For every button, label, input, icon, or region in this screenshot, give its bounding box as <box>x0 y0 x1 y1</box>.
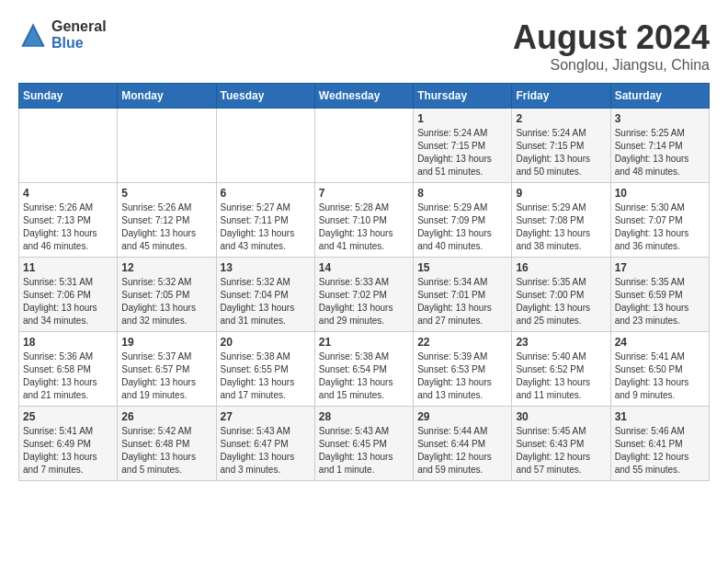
day-number: 10 <box>615 187 705 200</box>
calendar-week-5: 25Sunrise: 5:41 AM Sunset: 6:49 PM Dayli… <box>19 407 710 481</box>
day-info: Sunrise: 5:41 AM Sunset: 6:50 PM Dayligh… <box>615 350 705 402</box>
logo: General Blue <box>18 18 107 51</box>
calendar-cell: 30Sunrise: 5:45 AM Sunset: 6:43 PM Dayli… <box>512 407 610 481</box>
day-info: Sunrise: 5:32 AM Sunset: 7:04 PM Dayligh… <box>221 276 311 327</box>
header-row: SundayMondayTuesdayWednesdayThursdayFrid… <box>19 84 710 109</box>
day-number: 1 <box>417 112 507 125</box>
day-number: 8 <box>417 187 507 200</box>
calendar-cell <box>19 109 118 183</box>
header-wednesday: Wednesday <box>314 84 413 109</box>
calendar-cell: 8Sunrise: 5:29 AM Sunset: 7:09 PM Daylig… <box>414 183 512 258</box>
calendar-cell: 22Sunrise: 5:39 AM Sunset: 6:53 PM Dayli… <box>414 332 512 407</box>
calendar-cell: 1Sunrise: 5:24 AM Sunset: 7:15 PM Daylig… <box>414 109 512 183</box>
day-number: 21 <box>319 336 409 349</box>
page-header: General Blue August 2024 Songlou, Jiangs… <box>18 18 710 74</box>
day-info: Sunrise: 5:43 AM Sunset: 6:45 PM Dayligh… <box>319 425 409 477</box>
calendar-cell: 26Sunrise: 5:42 AM Sunset: 6:48 PM Dayli… <box>118 407 216 481</box>
calendar-cell: 2Sunrise: 5:24 AM Sunset: 7:15 PM Daylig… <box>512 109 610 183</box>
day-number: 2 <box>516 112 606 125</box>
day-info: Sunrise: 5:39 AM Sunset: 6:53 PM Dayligh… <box>417 350 507 402</box>
day-info: Sunrise: 5:24 AM Sunset: 7:15 PM Dayligh… <box>417 127 507 178</box>
day-info: Sunrise: 5:28 AM Sunset: 7:10 PM Dayligh… <box>319 201 409 253</box>
day-number: 18 <box>23 336 113 349</box>
calendar-cell: 27Sunrise: 5:43 AM Sunset: 6:47 PM Dayli… <box>216 407 314 481</box>
day-number: 11 <box>23 261 113 274</box>
day-info: Sunrise: 5:26 AM Sunset: 7:13 PM Dayligh… <box>23 201 113 253</box>
day-number: 3 <box>615 112 705 125</box>
header-friday: Friday <box>512 84 610 109</box>
calendar-table: SundayMondayTuesdayWednesdayThursdayFrid… <box>18 83 710 481</box>
calendar-body: 1Sunrise: 5:24 AM Sunset: 7:15 PM Daylig… <box>19 109 710 481</box>
calendar-cell <box>314 109 413 183</box>
calendar-cell <box>118 109 216 183</box>
calendar-cell: 25Sunrise: 5:41 AM Sunset: 6:49 PM Dayli… <box>19 407 118 481</box>
day-number: 15 <box>417 261 507 274</box>
logo-text: General Blue <box>51 18 107 51</box>
day-info: Sunrise: 5:29 AM Sunset: 7:09 PM Dayligh… <box>417 201 507 253</box>
day-info: Sunrise: 5:46 AM Sunset: 6:41 PM Dayligh… <box>615 425 705 477</box>
calendar-week-2: 4Sunrise: 5:26 AM Sunset: 7:13 PM Daylig… <box>19 183 710 258</box>
calendar-week-3: 11Sunrise: 5:31 AM Sunset: 7:06 PM Dayli… <box>19 258 710 332</box>
day-number: 25 <box>23 410 113 423</box>
day-info: Sunrise: 5:25 AM Sunset: 7:14 PM Dayligh… <box>615 127 705 178</box>
day-number: 23 <box>516 336 606 349</box>
calendar-cell: 21Sunrise: 5:38 AM Sunset: 6:54 PM Dayli… <box>314 332 413 407</box>
day-info: Sunrise: 5:40 AM Sunset: 6:52 PM Dayligh… <box>516 350 606 402</box>
day-info: Sunrise: 5:37 AM Sunset: 6:57 PM Dayligh… <box>121 350 211 402</box>
day-number: 17 <box>615 261 705 274</box>
day-number: 28 <box>319 410 409 423</box>
day-number: 5 <box>121 187 211 200</box>
day-info: Sunrise: 5:43 AM Sunset: 6:47 PM Dayligh… <box>221 425 311 477</box>
title-section: August 2024 Songlou, Jiangsu, China <box>513 18 710 74</box>
day-number: 24 <box>615 336 705 349</box>
day-info: Sunrise: 5:27 AM Sunset: 7:11 PM Dayligh… <box>221 201 311 253</box>
calendar-cell: 9Sunrise: 5:29 AM Sunset: 7:08 PM Daylig… <box>512 183 610 258</box>
day-info: Sunrise: 5:26 AM Sunset: 7:12 PM Dayligh… <box>121 201 211 253</box>
header-saturday: Saturday <box>610 84 709 109</box>
day-info: Sunrise: 5:45 AM Sunset: 6:43 PM Dayligh… <box>516 425 606 477</box>
calendar-cell: 17Sunrise: 5:35 AM Sunset: 6:59 PM Dayli… <box>610 258 709 332</box>
day-number: 19 <box>121 336 211 349</box>
day-number: 6 <box>221 187 311 200</box>
day-info: Sunrise: 5:36 AM Sunset: 6:58 PM Dayligh… <box>23 350 113 402</box>
month-year-title: August 2024 <box>513 18 710 57</box>
day-info: Sunrise: 5:41 AM Sunset: 6:49 PM Dayligh… <box>23 425 113 477</box>
day-info: Sunrise: 5:33 AM Sunset: 7:02 PM Dayligh… <box>319 276 409 327</box>
day-info: Sunrise: 5:29 AM Sunset: 7:08 PM Dayligh… <box>516 201 606 253</box>
day-number: 16 <box>516 261 606 274</box>
header-thursday: Thursday <box>414 84 512 109</box>
day-number: 7 <box>319 187 409 200</box>
day-info: Sunrise: 5:24 AM Sunset: 7:15 PM Dayligh… <box>516 127 606 178</box>
calendar-cell <box>216 109 314 183</box>
day-number: 26 <box>121 410 211 423</box>
calendar-cell: 11Sunrise: 5:31 AM Sunset: 7:06 PM Dayli… <box>19 258 118 332</box>
day-info: Sunrise: 5:35 AM Sunset: 6:59 PM Dayligh… <box>615 276 705 327</box>
calendar-cell: 28Sunrise: 5:43 AM Sunset: 6:45 PM Dayli… <box>314 407 413 481</box>
calendar-cell: 16Sunrise: 5:35 AM Sunset: 7:00 PM Dayli… <box>512 258 610 332</box>
day-info: Sunrise: 5:38 AM Sunset: 6:54 PM Dayligh… <box>319 350 409 402</box>
calendar-cell: 31Sunrise: 5:46 AM Sunset: 6:41 PM Dayli… <box>610 407 709 481</box>
day-info: Sunrise: 5:35 AM Sunset: 7:00 PM Dayligh… <box>516 276 606 327</box>
calendar-cell: 18Sunrise: 5:36 AM Sunset: 6:58 PM Dayli… <box>19 332 118 407</box>
calendar-cell: 13Sunrise: 5:32 AM Sunset: 7:04 PM Dayli… <box>216 258 314 332</box>
calendar-cell: 19Sunrise: 5:37 AM Sunset: 6:57 PM Dayli… <box>118 332 216 407</box>
calendar-cell: 14Sunrise: 5:33 AM Sunset: 7:02 PM Dayli… <box>314 258 413 332</box>
calendar-week-4: 18Sunrise: 5:36 AM Sunset: 6:58 PM Dayli… <box>19 332 710 407</box>
calendar-cell: 29Sunrise: 5:44 AM Sunset: 6:44 PM Dayli… <box>414 407 512 481</box>
header-tuesday: Tuesday <box>216 84 314 109</box>
calendar-cell: 12Sunrise: 5:32 AM Sunset: 7:05 PM Dayli… <box>118 258 216 332</box>
day-info: Sunrise: 5:32 AM Sunset: 7:05 PM Dayligh… <box>121 276 211 327</box>
calendar-cell: 23Sunrise: 5:40 AM Sunset: 6:52 PM Dayli… <box>512 332 610 407</box>
calendar-cell: 7Sunrise: 5:28 AM Sunset: 7:10 PM Daylig… <box>314 183 413 258</box>
day-number: 9 <box>516 187 606 200</box>
calendar-cell: 3Sunrise: 5:25 AM Sunset: 7:14 PM Daylig… <box>610 109 709 183</box>
day-info: Sunrise: 5:34 AM Sunset: 7:01 PM Dayligh… <box>417 276 507 327</box>
logo-blue: Blue <box>51 35 107 52</box>
calendar-cell: 24Sunrise: 5:41 AM Sunset: 6:50 PM Dayli… <box>610 332 709 407</box>
day-info: Sunrise: 5:31 AM Sunset: 7:06 PM Dayligh… <box>23 276 113 327</box>
day-info: Sunrise: 5:38 AM Sunset: 6:55 PM Dayligh… <box>221 350 311 402</box>
day-info: Sunrise: 5:42 AM Sunset: 6:48 PM Dayligh… <box>121 425 211 477</box>
logo-icon <box>18 20 48 50</box>
header-sunday: Sunday <box>19 84 118 109</box>
day-number: 29 <box>417 410 507 423</box>
